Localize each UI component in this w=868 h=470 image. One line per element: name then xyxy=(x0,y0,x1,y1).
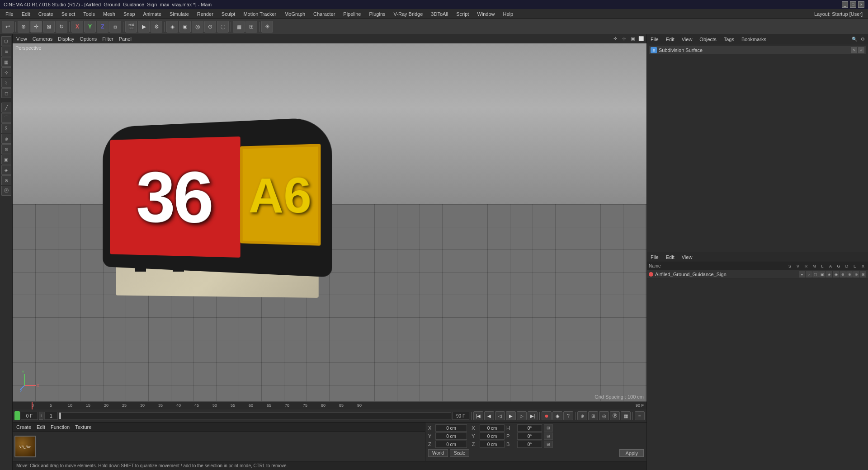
maximize-button[interactable]: □ xyxy=(850,1,856,8)
menu-vray-bridge[interactable]: V-Ray Bridge xyxy=(390,10,427,18)
menu-tools[interactable]: Tools xyxy=(80,10,99,18)
obj-flag-2[interactable]: ○ xyxy=(806,271,812,277)
render-all-button[interactable]: ▶ xyxy=(138,21,150,33)
display-mode-1[interactable]: ◈ xyxy=(166,21,178,33)
menu-edit[interactable]: Edit xyxy=(18,10,34,18)
sidebar-tool-8[interactable]: ⊗ xyxy=(1,175,11,185)
sidebar-spline-mode[interactable]: ≋ xyxy=(1,47,11,56)
y-axis-toggle[interactable]: Y xyxy=(84,21,96,33)
vp-icon-3[interactable]: ▣ xyxy=(629,35,636,42)
coord-x-pos-field[interactable]: 0 cm xyxy=(435,424,467,432)
sidebar-tool-6[interactable]: ▣ xyxy=(1,155,11,164)
menu-motion-tracker[interactable]: Motion Tracker xyxy=(240,10,280,18)
play-reverse-button[interactable]: ◁ xyxy=(495,411,505,420)
menu-mesh[interactable]: Mesh xyxy=(99,10,119,18)
menu-3dtoall[interactable]: 3DToAll xyxy=(427,10,452,18)
world-mode-button[interactable]: World xyxy=(428,449,448,457)
move-button[interactable]: ✛ xyxy=(30,21,42,33)
display-mode-4[interactable]: ⊙ xyxy=(204,21,216,33)
menu-plugins[interactable]: Plugins xyxy=(365,10,389,18)
obj-top-menu-objects[interactable]: Objects xyxy=(698,37,718,42)
obj-top-menu-tags[interactable]: Tags xyxy=(722,37,736,42)
sidebar-polygon-mode[interactable]: ◻ xyxy=(1,88,11,98)
x-axis-toggle[interactable]: X xyxy=(71,21,83,33)
sidebar-texture-mode[interactable]: ▦ xyxy=(1,57,11,67)
go-to-end-button[interactable]: ▶| xyxy=(528,411,538,420)
vp-menu-options[interactable]: Options xyxy=(78,36,99,42)
obj-bot-menu-edit[interactable]: Edit xyxy=(664,254,676,260)
world-space-toggle[interactable]: ⧈ xyxy=(109,21,121,33)
coord-x-expand[interactable]: ⊞ xyxy=(544,424,553,432)
sidebar-tool-2[interactable]: ⌒ xyxy=(1,113,11,123)
mat-menu-create[interactable]: Create xyxy=(14,424,33,430)
sidebar-tool-4[interactable]: ⊕ xyxy=(1,134,11,144)
sidebar-edge-mode[interactable]: ⌇ xyxy=(1,78,11,88)
go-prev-frame-button[interactable]: ◀ xyxy=(484,411,494,420)
playback-slider[interactable] xyxy=(59,412,451,419)
record-button[interactable]: ⏺ xyxy=(542,411,552,420)
viewport-3d[interactable]: Perspective Grid Spacing : 100 cm X Y Z xyxy=(13,43,646,401)
grid-toggle[interactable]: ▦ xyxy=(233,21,245,33)
obj-bot-menu-view[interactable]: View xyxy=(680,254,694,260)
vp-menu-view[interactable]: View xyxy=(14,36,29,42)
subdiv-ctrl-1[interactable]: ✎ xyxy=(851,47,857,53)
menu-script[interactable]: Script xyxy=(453,10,472,18)
vp-menu-panel[interactable]: Panel xyxy=(117,36,133,42)
z-axis-toggle[interactable]: Z xyxy=(97,21,108,33)
obj-top-menu-bookmarks[interactable]: Bookmarks xyxy=(740,37,768,42)
obj-flag-8[interactable]: ⊗ xyxy=(846,271,853,277)
snap-toggle[interactable]: ⊞ xyxy=(245,21,257,33)
subdiv-ctrl-2[interactable]: ✓ xyxy=(858,47,864,53)
key-sel-button[interactable]: ◎ xyxy=(599,411,609,420)
obj-search-icon[interactable]: 🔍 xyxy=(851,36,858,43)
render-view-button[interactable]: 🎬 xyxy=(125,21,137,33)
current-frame-field[interactable]: 0 F xyxy=(21,412,38,420)
menu-simulate[interactable]: Simulate xyxy=(166,10,193,18)
sidebar-point-mode[interactable]: ⊹ xyxy=(1,67,11,77)
obj-top-menu-file[interactable]: File xyxy=(649,37,660,42)
mat-menu-texture[interactable]: Texture xyxy=(73,424,93,430)
menu-select[interactable]: Select xyxy=(58,10,79,18)
key-grid-button[interactable]: ▦ xyxy=(621,411,631,420)
undo-button[interactable]: ↩ xyxy=(2,21,14,33)
obj-top-menu-view[interactable]: View xyxy=(680,37,694,42)
menu-create[interactable]: Create xyxy=(35,10,57,18)
coord-p-field[interactable]: 0° xyxy=(517,432,542,440)
go-to-start-button[interactable]: |◀ xyxy=(473,411,483,420)
menu-pipeline[interactable]: Pipeline xyxy=(340,10,364,18)
menu-snap[interactable]: Snap xyxy=(120,10,139,18)
subdivision-surface-item[interactable]: S Subdivision Surface ✎ ✓ xyxy=(649,46,866,54)
scale-mode-button[interactable]: Scale xyxy=(450,449,469,457)
live-select-button[interactable]: ⊕ xyxy=(18,21,29,33)
menu-animate[interactable]: Animate xyxy=(140,10,165,18)
coord-z-pos-field[interactable]: 0 cm xyxy=(435,441,467,448)
auto-record-button[interactable]: ◉ xyxy=(552,411,562,420)
obj-flag-9[interactable]: ⊙ xyxy=(853,271,859,277)
obj-flag-3[interactable]: ▢ xyxy=(812,271,819,277)
fps-value-field[interactable]: 1 xyxy=(44,412,58,420)
obj-bot-menu-file[interactable]: File xyxy=(649,254,660,260)
display-mode-5[interactable]: ◌ xyxy=(217,21,229,33)
minimize-button[interactable]: _ xyxy=(842,1,848,8)
sidebar-tool-7[interactable]: ◈ xyxy=(1,165,11,175)
timeline-expand-button[interactable]: ≡ xyxy=(635,411,645,420)
vp-icon-maximize[interactable]: ⬜ xyxy=(637,35,645,42)
vp-menu-filter[interactable]: Filter xyxy=(100,36,115,42)
coord-y-size-field[interactable]: 0 cm xyxy=(480,432,505,440)
apply-button[interactable]: Apply xyxy=(619,449,644,457)
obj-flag-7[interactable]: ⊕ xyxy=(840,271,846,277)
sidebar-object-mode[interactable]: ⬡ xyxy=(1,36,11,46)
obj-flag-10[interactable]: ⊞ xyxy=(860,271,866,277)
menu-help[interactable]: Help xyxy=(500,10,517,18)
obj-flag-1[interactable]: ● xyxy=(799,271,805,277)
coord-b-field[interactable]: 0° xyxy=(517,441,542,448)
coord-y-pos-field[interactable]: 0 cm xyxy=(435,432,467,440)
rotate-button[interactable]: ↻ xyxy=(56,21,67,33)
menu-file[interactable]: File xyxy=(2,10,17,18)
obj-flag-6[interactable]: ◉ xyxy=(833,271,839,277)
menu-window[interactable]: Window xyxy=(473,10,498,18)
sidebar-tool-3[interactable]: $ xyxy=(1,123,11,133)
go-next-frame-button[interactable]: ▷ xyxy=(517,411,527,420)
scale-button[interactable]: ⊠ xyxy=(43,21,55,33)
help-button[interactable]: ? xyxy=(563,411,573,420)
